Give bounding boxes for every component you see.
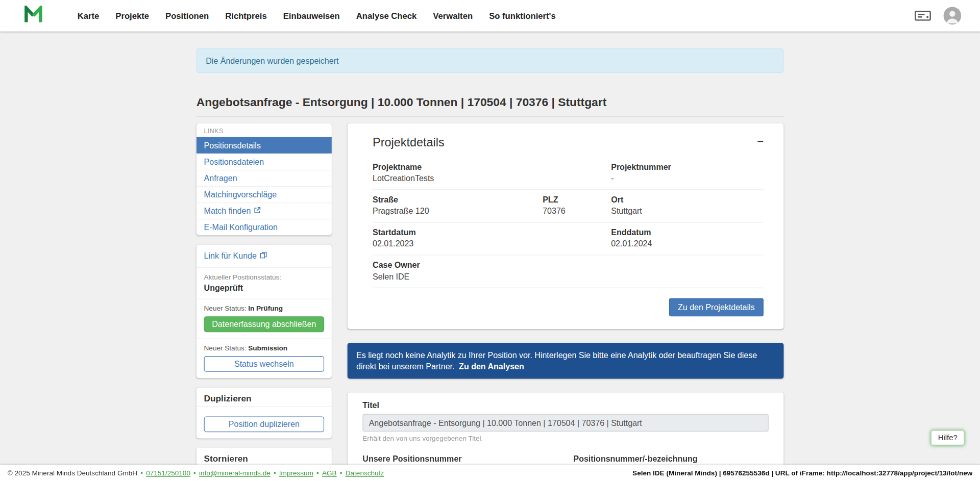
- duplicate-section: Position duplizieren: [197, 407, 332, 439]
- nav-item-positionen[interactable]: Positionen: [157, 7, 217, 24]
- titel-input[interactable]: [362, 414, 768, 432]
- field-label: Projektname: [373, 162, 543, 171]
- project-row-owner: Case Owner Selen IDE: [373, 256, 764, 288]
- nav-item-richtpreis[interactable]: Richtpreis: [217, 7, 275, 24]
- sidebar-item-email-konfiguration[interactable]: E-Mail Konfiguration: [197, 219, 332, 235]
- project-row-address: Straße Pragstraße 120 PLZ 70376 Ort Stut…: [373, 190, 764, 222]
- field-value: Stuttgart: [611, 206, 764, 215]
- footer-separator: •: [274, 469, 276, 477]
- titel-help: Erhält den von uns vorgegebenen Titel.: [362, 435, 768, 442]
- field-label: Projektnummer: [611, 162, 764, 171]
- field-plz: PLZ 70376: [543, 195, 611, 216]
- main-nav: Karte Projekte Positionen Richtpreis Ein…: [69, 7, 564, 24]
- field-value: 02.01.2024: [611, 239, 764, 248]
- next-status-submission: Neuer Status:Submission: [204, 344, 325, 352]
- footer-phone-link[interactable]: 07151/250100: [146, 469, 190, 477]
- footer-agb-link[interactable]: AGB: [322, 469, 337, 477]
- help-button[interactable]: Hilfe?: [931, 431, 964, 446]
- sidebar-item-matchingvorschlaege[interactable]: Matchingvorschläge: [197, 186, 332, 202]
- sidebar-item-match-finden[interactable]: Match finden: [197, 202, 332, 219]
- next-status-label: Neuer Status:: [204, 344, 247, 352]
- app-root: Karte Projekte Positionen Richtpreis Ein…: [0, 0, 980, 481]
- page-container: Die Änderungen wurden gespeichert Angebo…: [197, 48, 784, 481]
- field-value: Pragstraße 120: [373, 206, 543, 215]
- complete-data-entry-button[interactable]: Datenerfassung abschließen: [204, 316, 325, 332]
- next-status-value: Submission: [248, 344, 287, 352]
- analytics-banner-text: Es liegt noch keine Analytik zu Ihrer Po…: [356, 350, 757, 371]
- field-label: Case Owner: [373, 261, 543, 270]
- links-header: LINKS: [197, 123, 332, 137]
- switch-status-button[interactable]: Status wechseln: [204, 356, 325, 372]
- field-strasse: Straße Pragstraße 120: [373, 195, 543, 216]
- field-enddatum: Enddatum 02.01.2024: [611, 227, 764, 248]
- field-label: Startdatum: [373, 227, 543, 237]
- current-status-value: Ungeprüft: [204, 283, 325, 292]
- current-status-section: Aktueller Positionsstatus: Ungeprüft: [197, 267, 332, 299]
- field-projektname: Projektname LotCreationTests: [373, 162, 543, 183]
- footer-left: © 2025 Mineral Minds Deutschland GmbH • …: [8, 469, 384, 477]
- sidebar: LINKS Positionsdetails Positionsdateien …: [197, 123, 332, 481]
- copyright-text: © 2025 Mineral Minds Deutschland GmbH: [8, 469, 137, 477]
- footer-separator: •: [193, 469, 196, 477]
- field-value: 02.01.2023: [373, 239, 543, 248]
- user-avatar-icon[interactable]: [944, 7, 962, 25]
- project-details-header: Projektdetails −: [373, 136, 764, 149]
- nav-item-analyse-check[interactable]: Analyse Check: [348, 7, 425, 24]
- next-status-pruefung: Neuer Status:In Prüfung: [204, 305, 325, 312]
- field-label: Straße: [373, 195, 543, 204]
- sidebar-item-positionsdateien[interactable]: Positionsdateien: [197, 154, 332, 170]
- duplicate-card: Duplizieren Position duplizieren: [197, 388, 332, 439]
- next-status-label: Neuer Status:: [204, 305, 247, 312]
- field-value: LotCreationTests: [373, 173, 543, 183]
- custom-position-number-label: Positionsnummer/-bezeichnung: [573, 454, 768, 463]
- footer-separator: •: [340, 469, 342, 477]
- field-case-owner: Case Owner Selen IDE: [373, 261, 543, 282]
- next-status-pruefung-section: Neuer Status:In Prüfung Datenerfassung a…: [197, 299, 332, 339]
- page-title: Angebotsanfrage - Entsorgung | 10.000 To…: [197, 95, 784, 109]
- footer-datenschutz-link[interactable]: Datenschutz: [346, 469, 384, 477]
- title-divider: [197, 116, 784, 117]
- goto-project-details-button[interactable]: Zu den Projektdetails: [669, 298, 764, 317]
- duplicate-position-button[interactable]: Position duplizieren: [204, 416, 325, 432]
- nav-item-projekte[interactable]: Projekte: [107, 7, 157, 24]
- current-status-label: Aktueller Positionsstatus:: [204, 273, 325, 281]
- next-status-value: In Prüfung: [248, 305, 283, 312]
- field-label: PLZ: [543, 195, 611, 204]
- project-details-actions: Zu den Projektdetails: [373, 298, 764, 317]
- copy-icon: [260, 251, 267, 260]
- sidebar-links-card: LINKS Positionsdetails Positionsdateien …: [197, 123, 332, 236]
- brand-logo[interactable]: [24, 6, 43, 26]
- changes-saved-alert: Die Änderungen wurden gespeichert: [197, 48, 784, 73]
- goto-analyses-link[interactable]: Zu den Analysen: [459, 362, 524, 371]
- field-projektnummer: Projektnummer -: [611, 162, 764, 183]
- duplicate-title: Duplizieren: [197, 388, 332, 407]
- sidebar-item-anfragen[interactable]: Anfragen: [197, 170, 332, 186]
- footer-email-link[interactable]: info@mineral-minds.de: [199, 469, 271, 477]
- field-label: Enddatum: [611, 227, 764, 237]
- customer-link-section: Link für Kunde: [197, 245, 332, 267]
- nav-item-karte[interactable]: Karte: [69, 7, 108, 24]
- customer-link[interactable]: Link für Kunde: [204, 251, 267, 260]
- nav-item-einbauweisen[interactable]: Einbauweisen: [275, 7, 348, 24]
- field-ort: Ort Stuttgart: [611, 195, 764, 216]
- external-link-icon: [254, 206, 261, 215]
- customer-link-label: Link für Kunde: [204, 251, 257, 260]
- footer-impressum-link[interactable]: Impressum: [279, 469, 313, 477]
- server-panel-icon[interactable]: [915, 11, 931, 21]
- collapse-button[interactable]: −: [757, 136, 764, 146]
- footer: © 2025 Mineral Minds Deutschland GmbH • …: [0, 465, 980, 481]
- footer-separator: •: [316, 469, 319, 477]
- navbar-right: [915, 7, 961, 25]
- cancel-title: Stornieren: [197, 448, 332, 467]
- sidebar-item-positionsdetails[interactable]: Positionsdetails: [197, 137, 332, 154]
- our-position-number-label: Unsere Positionsnummer: [362, 454, 557, 463]
- nav-item-so-funktionierts[interactable]: So funktioniert's: [481, 7, 564, 24]
- navbar: Karte Projekte Positionen Richtpreis Ein…: [0, 0, 980, 32]
- field-value: 70376: [543, 206, 611, 215]
- content-row: LINKS Positionsdetails Positionsdateien …: [197, 123, 784, 481]
- analytics-banner: Es liegt noch keine Analytik zu Ihrer Po…: [348, 343, 784, 378]
- nav-item-verwalten[interactable]: Verwalten: [425, 7, 481, 24]
- footer-separator: •: [140, 469, 143, 477]
- project-details-title: Projektdetails: [373, 136, 445, 149]
- project-row-name: Projektname LotCreationTests Projektnumm…: [373, 157, 764, 190]
